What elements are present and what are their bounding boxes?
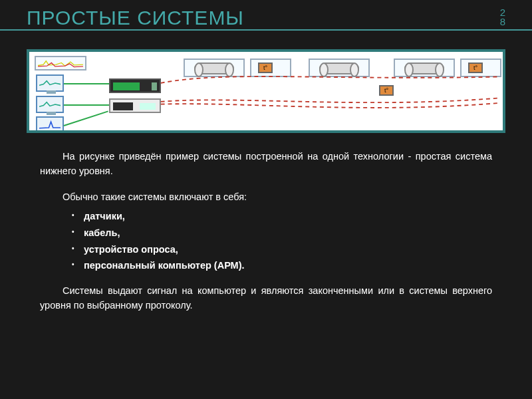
list-item: кабель, [40,225,492,241]
slide-title: ПРОСТЫЕ СИСТЕМЫ [27,7,244,29]
list-item: датчики, [40,208,492,225]
system-diagram: t° t° t° [27,49,505,133]
diagram-canvas: t° t° t° [29,52,503,130]
paragraph-intro: На рисунке приведён пример системы постр… [40,149,492,179]
list-item: персональный компьютер (АРМ). [40,257,492,274]
list-item: устройство опроса, [40,241,492,258]
page-number-line2: 8 [500,17,505,27]
page-number: 2 8 [500,8,505,26]
component-list: датчики, кабель, устройство опроса, перс… [40,208,492,274]
paragraph-outro: Системы выдают сигнал на компьютер и явл… [40,283,492,313]
slide-body: На рисунке приведён пример системы постр… [0,149,532,313]
wire-path [29,52,503,130]
list-lead: Обычно такие системы включают в себя: [40,190,492,204]
